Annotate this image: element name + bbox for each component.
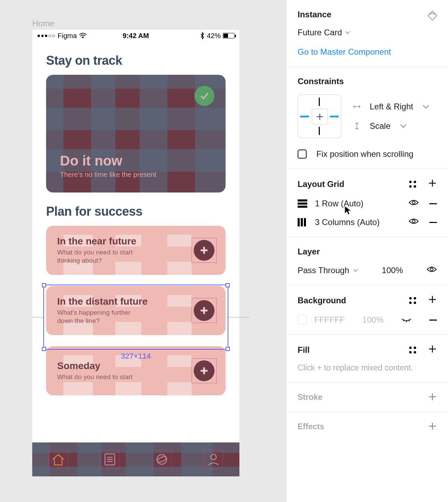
inspector-panel: Instance Future Card Go to Master Compon… xyxy=(286,0,448,502)
style-icon[interactable] xyxy=(409,297,416,304)
constraints-widget[interactable] xyxy=(298,95,341,138)
instance-select[interactable]: Future Card xyxy=(298,28,437,37)
tab-home[interactable] xyxy=(32,442,84,476)
check-icon[interactable] xyxy=(194,86,214,106)
layer-section: Layer Pass Through 100% xyxy=(287,237,448,285)
svg-point-5 xyxy=(412,201,415,204)
chevron-down-icon xyxy=(422,103,430,110)
columns-icon xyxy=(298,218,307,226)
smart-guide xyxy=(32,317,44,317)
svg-point-7 xyxy=(430,268,433,271)
future-headline: Someday xyxy=(57,360,133,371)
section-title-now: Stay on track xyxy=(32,42,239,75)
visibility-toggle[interactable] xyxy=(409,217,419,227)
vertical-icon xyxy=(353,122,361,130)
section-title-future: Plan for success xyxy=(32,192,239,226)
future-card[interactable]: In the distant future What's happening f… xyxy=(46,286,226,335)
chevron-down-icon xyxy=(399,122,407,130)
future-headline: In the distant future xyxy=(57,296,148,307)
future-subline: What do you need to start thinking about… xyxy=(57,248,147,265)
v-constraint-select[interactable]: Scale xyxy=(353,121,430,131)
add-effect-button[interactable] xyxy=(428,422,437,433)
stroke-label: Stroke xyxy=(298,393,323,402)
grid-col-item[interactable]: 3 Columns (Auto) xyxy=(298,217,437,227)
tab-profile[interactable] xyxy=(188,442,240,476)
canvas-area[interactable]: Home ●●●○○ Figma 9:42 AM 42% Stay on tra… xyxy=(0,0,286,502)
horizontal-icon xyxy=(353,103,361,110)
clock-text: 9:42 AM xyxy=(123,32,149,40)
layout-grid-label: Layout Grid xyxy=(298,179,344,189)
fill-label: Fill xyxy=(298,345,310,355)
bg-opacity[interactable]: 100% xyxy=(362,315,384,325)
remove-button[interactable] xyxy=(429,203,437,204)
blend-mode-select[interactable]: Pass Through xyxy=(298,266,358,275)
constraints-label: Constraints xyxy=(298,77,437,86)
tab-explore[interactable] xyxy=(136,442,188,476)
background-label: Background xyxy=(298,296,346,305)
bg-hex[interactable]: FFFFFF xyxy=(314,315,345,325)
tab-list[interactable] xyxy=(84,442,136,476)
background-section: Background FFFFFF 100% xyxy=(287,285,448,335)
opacity-input[interactable]: 100% xyxy=(382,266,403,275)
remove-button[interactable] xyxy=(429,320,437,321)
effects-section: Effects xyxy=(287,412,448,441)
remove-button[interactable] xyxy=(429,222,437,223)
now-headline: Do it now xyxy=(60,153,156,169)
grid-row-item[interactable]: 1 Row (Auto) xyxy=(298,199,437,208)
h-constraint-select[interactable]: Left & Right xyxy=(353,102,430,111)
carrier-text: Figma xyxy=(58,32,77,40)
svg-point-0 xyxy=(82,37,83,38)
instance-name: Future Card xyxy=(298,28,342,37)
battery-icon xyxy=(223,33,235,38)
future-headline: In the near future xyxy=(57,236,147,247)
fill-section: Fill Click + to replace mixed content. xyxy=(287,335,448,383)
checkbox-icon xyxy=(298,150,307,159)
layout-grid-section: Layout Grid 1 Row (Auto) 3 Columns (Auto… xyxy=(287,169,448,237)
tab-bar xyxy=(32,442,239,476)
bluetooth-icon xyxy=(200,32,205,39)
signal-icon: ●●●○○ xyxy=(37,33,55,39)
constraints-section: Constraints Left & Right Scale xyxy=(287,67,448,169)
smart-guide xyxy=(228,317,249,317)
fill-hint: Click + to replace mixed content. xyxy=(298,363,437,373)
future-card[interactable]: In the near future What do you need to s… xyxy=(46,226,226,275)
chevron-down-icon xyxy=(345,31,350,34)
visibility-toggle[interactable] xyxy=(427,266,437,275)
fix-position-checkbox[interactable]: Fix position when scrolling xyxy=(298,149,437,159)
style-icon[interactable] xyxy=(409,181,416,188)
future-card[interactable]: Someday What do you need to start xyxy=(46,346,226,395)
future-subline: What do you need to start xyxy=(57,373,133,381)
layer-label: Layer xyxy=(298,247,437,257)
reset-instance-icon[interactable] xyxy=(427,10,438,24)
phone-frame[interactable]: ●●●○○ Figma 9:42 AM 42% Stay on track Do… xyxy=(32,30,239,476)
rows-icon xyxy=(298,199,307,208)
add-grid-button[interactable] xyxy=(428,179,437,190)
fix-position-label: Fix position when scrolling xyxy=(316,149,413,159)
now-subline: There's no time like the present xyxy=(60,171,156,179)
effects-label: Effects xyxy=(298,422,324,431)
chevron-down-icon xyxy=(353,269,358,272)
add-background-button[interactable] xyxy=(428,295,437,306)
status-bar: ●●●○○ Figma 9:42 AM 42% xyxy=(32,30,239,42)
style-icon[interactable] xyxy=(409,347,416,353)
now-card[interactable]: Do it now There's no time like the prese… xyxy=(46,75,226,192)
future-list: In the near future What do you need to s… xyxy=(32,226,239,395)
wifi-icon xyxy=(79,33,87,38)
svg-point-6 xyxy=(412,220,415,223)
frame-label[interactable]: Home xyxy=(32,19,54,28)
color-swatch[interactable] xyxy=(298,315,307,324)
future-subline: What's happening further down the line? xyxy=(57,308,147,325)
visibility-toggle[interactable] xyxy=(409,199,419,208)
add-stroke-button[interactable] xyxy=(428,392,437,403)
add-fill-button[interactable] xyxy=(428,344,437,356)
stroke-section: Stroke xyxy=(287,383,448,412)
visibility-hidden-icon[interactable] xyxy=(401,315,412,325)
instance-label: Instance xyxy=(298,10,437,19)
instance-section: Instance Future Card Go to Master Compon… xyxy=(287,0,448,67)
goto-master-link[interactable]: Go to Master Component xyxy=(298,47,437,57)
battery-pct: 42% xyxy=(207,32,221,40)
